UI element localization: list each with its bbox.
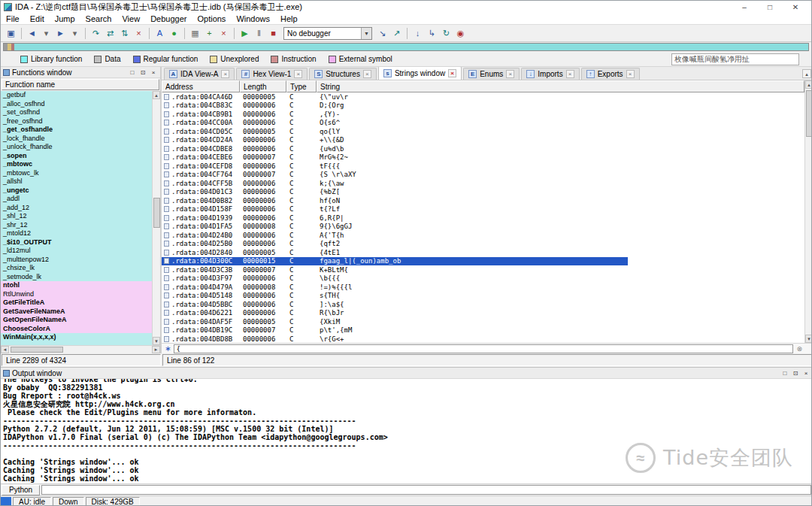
- maximize-panel-button[interactable]: ⊡: [138, 69, 147, 76]
- menu-windows[interactable]: Windows: [231, 14, 275, 23]
- menu-edit[interactable]: Edit: [25, 14, 50, 23]
- function-item[interactable]: GetOpenFileNameA: [1, 316, 152, 325]
- forward-history-icon[interactable]: ▾: [68, 26, 82, 40]
- table-row[interactable]: .rdata:004DB19C00000007Cp\t',{mM: [162, 326, 804, 335]
- table-row[interactable]: .rdata:004CA46D00000005C{\"uv\r: [162, 92, 804, 102]
- tab-structures[interactable]: SStructures×: [309, 68, 377, 80]
- table-row[interactable]: .rdata:004D5BBC00000006C]:\a${: [162, 300, 804, 309]
- scroll-up-icon[interactable]: ▲: [153, 91, 160, 99]
- table-row[interactable]: .rdata:004D3F9700000006C\b{{{: [162, 274, 804, 283]
- stop-process-icon[interactable]: ■: [266, 26, 280, 40]
- struct-add-icon[interactable]: +: [202, 26, 217, 40]
- function-name-column-header[interactable]: Function name: [2, 79, 159, 90]
- function-item[interactable]: _$i10_OUTPUT: [1, 238, 152, 247]
- table-row[interactable]: .rdata:004CEFD800000006CtF{{{: [162, 162, 804, 171]
- function-item[interactable]: _getbuf: [1, 91, 152, 100]
- function-item[interactable]: RtlUnwind: [1, 290, 152, 299]
- function-item[interactable]: _setmode_lk: [1, 273, 152, 282]
- table-row[interactable]: .rdata:004D300C00000015Cfgaag_l|(_oun)am…: [162, 257, 804, 266]
- menu-debugger[interactable]: Debugger: [145, 14, 192, 23]
- text-search-icon[interactable]: A: [153, 26, 167, 40]
- function-item[interactable]: _set_osfhnd: [1, 108, 152, 117]
- tab-ida-view-a[interactable]: AIDA View-A×: [164, 68, 235, 80]
- tab-close-icon[interactable]: ×: [566, 70, 574, 78]
- table-row[interactable]: .rdata:004CD05C00000005Cqo{lY: [162, 127, 804, 136]
- pause-process-icon[interactable]: ‖: [252, 26, 266, 40]
- navigation-band[interactable]: [3, 43, 809, 51]
- function-item[interactable]: _mbtowc_lk: [1, 169, 152, 178]
- function-item[interactable]: _lock_fhandle: [1, 135, 152, 144]
- save-icon[interactable]: ▣: [4, 26, 18, 40]
- forward-icon[interactable]: ►: [53, 26, 68, 40]
- python-cli-input[interactable]: [41, 485, 811, 495]
- scrollbar-thumb[interactable]: [153, 198, 160, 228]
- tab-close-icon[interactable]: ×: [221, 70, 229, 78]
- function-item[interactable]: GetFileTitleA: [1, 298, 152, 308]
- table-row[interactable]: .rdata:004D24B000000006CA{'T{h: [162, 231, 804, 240]
- maximize-button[interactable]: □: [759, 3, 781, 11]
- table-row[interactable]: .rdata:004CB9B100000006C,{Y)-: [162, 110, 804, 119]
- scroll-down-icon[interactable]: ▼: [805, 335, 812, 343]
- minimize-button[interactable]: –: [733, 3, 756, 11]
- quick-filter-input[interactable]: [174, 344, 793, 353]
- function-item[interactable]: _shr_12: [1, 221, 152, 230]
- scroll-left-icon[interactable]: ◄: [1, 346, 9, 353]
- close-panel-button[interactable]: ×: [149, 69, 158, 76]
- function-item[interactable]: _mbtowc: [1, 160, 152, 169]
- close-button[interactable]: ✕: [784, 3, 807, 11]
- function-item[interactable]: _get_osfhandle: [1, 126, 152, 135]
- tab-imports[interactable]: ↓Imports×: [521, 68, 579, 80]
- maximize-panel-button[interactable]: ⊡: [791, 370, 800, 377]
- float-button[interactable]: □: [128, 69, 137, 76]
- function-item[interactable]: _sopen: [1, 152, 152, 161]
- table-row[interactable]: .rdata:004D25B000000006C{qft2: [162, 240, 804, 249]
- back-history-icon[interactable]: ▾: [39, 26, 53, 40]
- python-cli-label[interactable]: Python: [2, 485, 40, 495]
- function-item[interactable]: ntohl: [1, 281, 152, 290]
- float-button[interactable]: □: [780, 370, 789, 377]
- function-item[interactable]: ChooseColorA: [1, 325, 152, 334]
- menu-file[interactable]: File: [1, 14, 25, 23]
- dropdown-arrow-icon[interactable]: ▼: [361, 28, 371, 39]
- table-row[interactable]: .rdata:004D1FA500000008C9{}\6gGJ: [162, 223, 804, 232]
- step-into-icon[interactable]: ↓: [411, 26, 425, 40]
- jump-name-icon[interactable]: ⇄: [103, 26, 117, 40]
- function-item[interactable]: _mtold12: [1, 229, 152, 238]
- struct-view-icon[interactable]: ▦: [188, 26, 202, 40]
- table-row[interactable]: .rdata:004DBD8B00000006C\r{G<+: [162, 335, 804, 343]
- table-row[interactable]: .rdata:004CDBE800000006C{u%d\b: [162, 144, 804, 153]
- tab-close-icon[interactable]: ×: [448, 69, 456, 77]
- table-row[interactable]: .rdata:004D01C300000006C{%bZ[: [162, 188, 804, 197]
- cancel-icon[interactable]: ×: [132, 26, 146, 40]
- start-process-icon[interactable]: ▶: [238, 26, 252, 40]
- step-over-icon[interactable]: ↳: [425, 26, 439, 40]
- function-item[interactable]: _add_12: [1, 204, 152, 213]
- function-item[interactable]: _multtenpow12: [1, 256, 152, 265]
- attach-process-icon[interactable]: ↘: [375, 26, 389, 40]
- table-row[interactable]: .rdata:004D622100000006CR{\bJr: [162, 309, 804, 318]
- search-input[interactable]: [671, 53, 799, 65]
- scrollbar-thumb[interactable]: [806, 90, 812, 137]
- tab-close-icon[interactable]: ×: [294, 70, 302, 78]
- debugger-select[interactable]: No debugger▼: [283, 27, 372, 40]
- function-item[interactable]: _unlock_fhandle: [1, 143, 152, 152]
- filter-clear-icon[interactable]: ⊗: [796, 345, 802, 353]
- run-indicator-icon[interactable]: ●: [167, 26, 181, 40]
- tab-enums[interactable]: EEnums×: [463, 68, 520, 80]
- table-row[interactable]: .rdata:004CFF5B00000006Ck;{\aw: [162, 179, 804, 188]
- menu-search[interactable]: Search: [80, 14, 117, 23]
- function-item[interactable]: GetSaveFileNameA: [1, 308, 152, 317]
- close-panel-button[interactable]: ×: [801, 370, 810, 377]
- scroll-down-icon[interactable]: ▼: [153, 337, 160, 345]
- back-icon[interactable]: ◄: [25, 26, 39, 40]
- tab-scroll-button[interactable]: ▴: [802, 69, 811, 78]
- column-header-type[interactable]: Type: [286, 80, 317, 92]
- scroll-up-icon[interactable]: ▲: [805, 80, 812, 89]
- table-row[interactable]: .rdata:004D0B8200000006Chf{oN: [162, 196, 804, 205]
- function-item[interactable]: WinMain(x,x,x,x): [1, 333, 152, 342]
- function-item[interactable]: _ld12mul: [1, 247, 152, 256]
- tab-close-icon[interactable]: ×: [626, 70, 635, 78]
- tab-hex-view-1[interactable]: #Hex View-1×: [236, 68, 308, 80]
- jump-xref-icon[interactable]: ⇅: [117, 26, 132, 40]
- table-row[interactable]: .rdata:004CB83C00000006CD;{Org: [162, 102, 804, 111]
